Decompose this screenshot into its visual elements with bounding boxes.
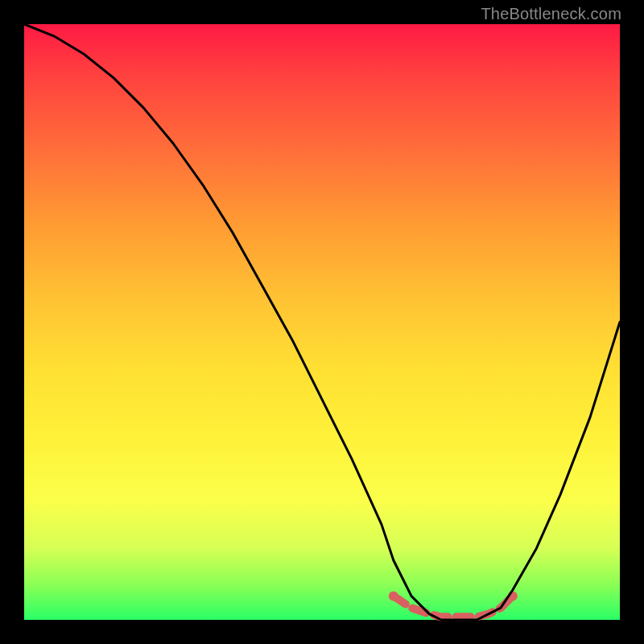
- watermark-text: TheBottleneck.com: [481, 5, 621, 23]
- sweet-spot-hint-line: [394, 596, 513, 617]
- sweet-spot-dot: [389, 591, 398, 601]
- bottleneck-curve-line: [24, 24, 620, 620]
- curve-layer: [24, 24, 620, 620]
- chart-frame: TheBottleneck.com: [0, 0, 644, 644]
- plot-area: [24, 24, 620, 620]
